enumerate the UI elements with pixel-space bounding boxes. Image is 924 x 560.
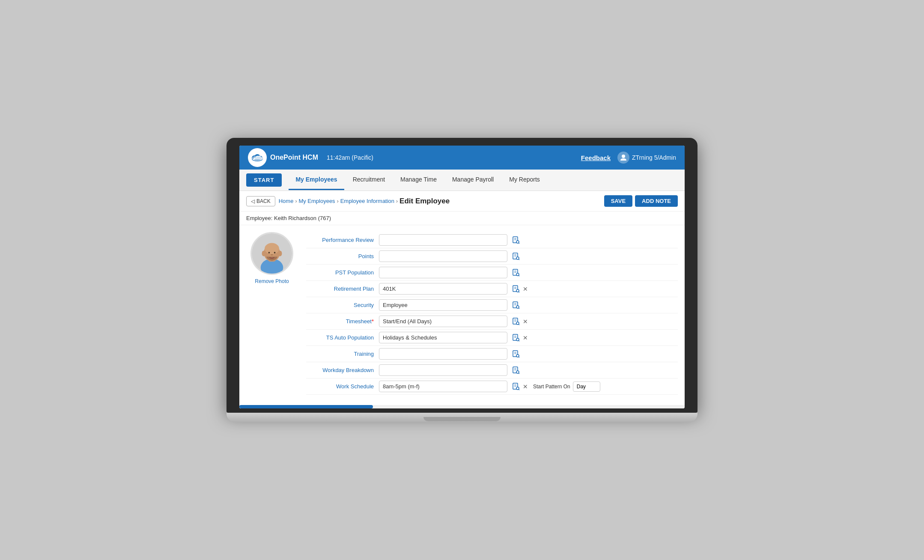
field-select-workday-breakdown[interactable] — [379, 364, 507, 376]
logo-icon — [248, 148, 267, 167]
svg-point-34 — [516, 289, 519, 292]
add-note-button[interactable]: ADD NOTE — [635, 195, 678, 207]
svg-line-55 — [519, 357, 519, 357]
field-select-wrapper-points — [379, 250, 507, 262]
field-row-work-schedule: Work Schedule 8am-5pm (m-f) — [306, 378, 678, 395]
breadcrumb-my-employees[interactable]: My Employees — [298, 198, 335, 204]
tab-manage-payroll[interactable]: Manage Payroll — [445, 170, 501, 190]
field-row-timesheet: Timesheet Start/End (All Days) — [306, 313, 678, 330]
field-row-security: Security Employee — [306, 297, 678, 313]
clear-timesheet-button[interactable]: ✕ — [523, 318, 528, 325]
svg-line-60 — [519, 373, 519, 374]
clear-retirement-plan-button[interactable]: ✕ — [523, 286, 528, 292]
svg-line-40 — [519, 308, 519, 309]
field-row-pst-population: PST Population — [306, 265, 678, 281]
field-row-performance-review: Performance Review — [306, 232, 678, 248]
field-label-timesheet: Timesheet — [306, 318, 379, 325]
feedback-link[interactable]: Feedback — [581, 154, 611, 161]
field-select-ts-auto-population[interactable]: Holidays & Schedules — [379, 332, 507, 343]
field-row-points: Points — [306, 248, 678, 265]
field-icons-points — [511, 251, 521, 262]
field-label-performance-review: Performance Review — [306, 237, 379, 243]
svg-line-45 — [519, 324, 519, 325]
field-select-wrapper-performance-review — [379, 234, 507, 246]
field-select-security[interactable]: Employee — [379, 299, 507, 311]
search-doc-icon-work-schedule[interactable] — [511, 381, 521, 392]
field-label-training: Training — [306, 351, 379, 357]
tab-my-reports[interactable]: My Reports — [502, 170, 547, 190]
breadcrumb-bar: ◁ BACK Home › My Employees › Employee In… — [239, 191, 685, 211]
field-icons-training — [511, 349, 521, 359]
field-label-security: Security — [306, 302, 379, 308]
start-pattern-label: Start Pattern On — [533, 384, 570, 390]
tab-my-employees[interactable]: My Employees — [289, 170, 344, 190]
svg-point-54 — [516, 354, 519, 357]
tab-manage-time[interactable]: Manage Time — [393, 170, 444, 190]
search-doc-icon-retirement-plan[interactable] — [511, 284, 521, 294]
tab-recruitment[interactable]: Recruitment — [346, 170, 392, 190]
field-label-work-schedule: Work Schedule — [306, 383, 379, 390]
user-info[interactable]: ZTrning 5/Admin — [617, 152, 676, 164]
svg-point-15 — [278, 250, 282, 256]
day-select[interactable]: Day Week Month — [573, 381, 600, 392]
search-doc-icon-security[interactable] — [511, 300, 521, 310]
nav-bar: START My Employees Recruitment Manage Ti… — [239, 170, 685, 191]
svg-line-25 — [519, 259, 519, 260]
field-row-workday-breakdown: Workday Breakdown — [306, 362, 678, 378]
start-pattern-area: Start Pattern On Day Week Month — [533, 381, 600, 392]
field-row-training: Training — [306, 346, 678, 362]
field-label-retirement-plan: Retirement Plan — [306, 286, 379, 292]
field-label-points: Points — [306, 253, 379, 259]
svg-line-20 — [519, 243, 519, 244]
search-doc-icon-workday-breakdown[interactable] — [511, 365, 521, 375]
svg-point-59 — [516, 371, 519, 373]
svg-point-64 — [516, 387, 519, 390]
remove-photo-link[interactable]: Remove Photo — [255, 278, 289, 284]
field-icons-performance-review — [511, 235, 521, 245]
clear-work-schedule-button[interactable]: ✕ — [523, 383, 528, 390]
svg-point-14 — [262, 250, 266, 256]
svg-point-24 — [516, 257, 519, 259]
field-select-training[interactable] — [379, 348, 507, 360]
start-button[interactable]: START — [246, 173, 282, 187]
field-select-performance-review[interactable] — [379, 234, 507, 246]
breadcrumb-employee-info[interactable]: Employee Information — [340, 198, 394, 204]
breadcrumb-home[interactable]: Home — [279, 198, 294, 204]
laptop-base — [227, 413, 697, 422]
breadcrumb-sep-1: › — [295, 198, 297, 204]
search-doc-icon-pst-population[interactable] — [511, 268, 521, 278]
field-select-pst-population[interactable] — [379, 267, 507, 278]
search-doc-icon-points[interactable] — [511, 251, 521, 262]
search-doc-icon-training[interactable] — [511, 349, 521, 359]
scroll-bar-thumb — [239, 405, 373, 408]
header: OnePoint HCM 11:42am (Pacific) Feedback … — [239, 146, 685, 170]
save-button[interactable]: SAVE — [604, 195, 632, 207]
field-row-retirement-plan: Retirement Plan 401K — [306, 281, 678, 297]
employee-photo — [250, 232, 293, 275]
field-select-work-schedule[interactable]: 8am-5pm (m-f) — [379, 381, 507, 392]
search-doc-icon-performance-review[interactable] — [511, 235, 521, 245]
svg-point-19 — [516, 241, 519, 243]
search-doc-icon-ts-auto-population[interactable] — [511, 333, 521, 343]
search-doc-icon-timesheet[interactable] — [511, 316, 521, 327]
svg-point-11 — [265, 243, 279, 254]
field-label-pst-population: PST Population — [306, 269, 379, 276]
field-select-timesheet[interactable]: Start/End (All Days) — [379, 316, 507, 327]
field-select-wrapper-timesheet: Start/End (All Days) — [379, 316, 507, 327]
laptop-notch — [423, 417, 501, 421]
svg-point-29 — [516, 273, 519, 276]
breadcrumb-current: Edit Employee — [399, 197, 450, 206]
scroll-bar[interactable] — [239, 405, 685, 408]
field-icons-retirement-plan: ✕ — [511, 284, 528, 294]
back-button[interactable]: ◁ BACK — [246, 196, 275, 206]
field-select-wrapper-pst-population — [379, 267, 507, 278]
logo-svg — [251, 153, 264, 162]
clear-ts-auto-population-button[interactable]: ✕ — [523, 334, 528, 341]
screen: OnePoint HCM 11:42am (Pacific) Feedback … — [239, 146, 685, 408]
field-select-wrapper-security: Employee — [379, 299, 507, 311]
laptop-wrapper: OnePoint HCM 11:42am (Pacific) Feedback … — [227, 138, 697, 422]
field-label-workday-breakdown: Workday Breakdown — [306, 367, 379, 373]
field-select-retirement-plan[interactable]: 401K — [379, 283, 507, 295]
field-select-wrapper-training — [379, 348, 507, 360]
field-select-points[interactable] — [379, 250, 507, 262]
